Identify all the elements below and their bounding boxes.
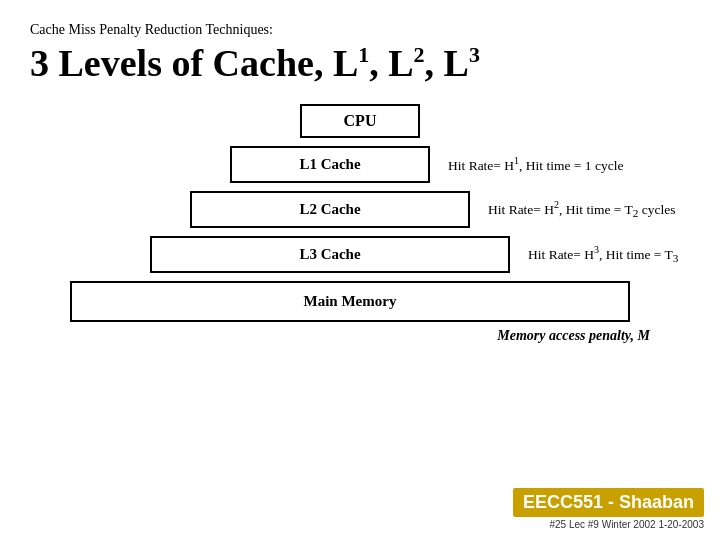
slide: Cache Miss Penalty Reduction Techniques:… [0, 0, 720, 540]
footer-info: #25 Lec #9 Winter 2002 1-20-2003 [549, 519, 704, 530]
main-memory-row: Main Memory [30, 281, 690, 322]
title-text-3: , L [425, 42, 469, 84]
diagram-area: CPU L1 Cache Hit Rate= H1, Hit time = 1 … [30, 104, 690, 344]
l3-cache-box: L3 Cache [150, 236, 510, 273]
l1-hit-rate-label: Hit Rate= H1, Hit time = 1 cycle [448, 155, 623, 174]
title-sub-3: 3 [469, 42, 480, 84]
title-text-1: 3 Levels of Cache, L [30, 42, 358, 84]
l2-cache-row: L2 Cache Hit Rate= H2, Hit time = T2 cyc… [30, 191, 690, 228]
title-sub-1: 1 [358, 42, 369, 84]
main-memory-box: Main Memory [70, 281, 630, 322]
cpu-box: CPU [300, 104, 420, 138]
footer-badge: EECC551 - Shaaban [513, 488, 704, 517]
title: 3 Levels of Cache, L1, L2, L3 [30, 42, 690, 86]
title-sub-2: 2 [414, 42, 425, 84]
l3-hit-rate-label: Hit Rate= H3, Hit time = T3 [528, 244, 678, 264]
l1-cache-row: L1 Cache Hit Rate= H1, Hit time = 1 cycl… [30, 146, 690, 183]
footer: EECC551 - Shaaban #25 Lec #9 Winter 2002… [513, 488, 704, 530]
l1-cache-box: L1 Cache [230, 146, 430, 183]
l2-cache-box: L2 Cache [190, 191, 470, 228]
l3-cache-row: L3 Cache Hit Rate= H3, Hit time = T3 [30, 236, 690, 273]
title-text-2: , L [369, 42, 413, 84]
l2-hit-rate-label: Hit Rate= H2, Hit time = T2 cycles [488, 199, 676, 219]
subtitle: Cache Miss Penalty Reduction Techniques: [30, 22, 690, 38]
memory-penalty-label: Memory access penalty, M [30, 328, 690, 344]
